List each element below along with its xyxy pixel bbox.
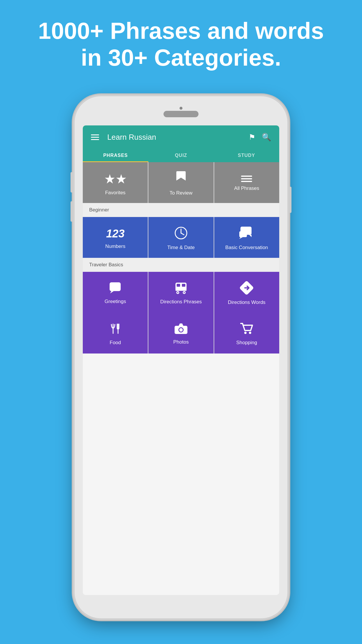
numbers-icon: 123 [106,228,124,240]
section-traveler: Traveler Basics [83,258,279,272]
category-directions-phrases[interactable]: Directions Phrases [148,272,213,313]
svg-point-21 [179,328,183,332]
clock-icon [174,226,188,241]
phone-screen: Learn Russian ⚑ 🔍 PHRASES QUIZ STUDY [83,125,279,595]
app-header: Learn Russian ⚑ 🔍 PHRASES QUIZ STUDY [83,125,279,162]
menu-button[interactable] [91,134,99,140]
directions-phrases-label: Directions Phrases [160,299,202,305]
svg-point-22 [244,332,247,334]
lines-icon [241,176,252,182]
tab-bar: PHRASES QUIZ STUDY [83,149,279,162]
svg-rect-5 [239,231,247,237]
category-food[interactable]: Food [83,313,148,354]
bookmark-icon [176,171,186,187]
speech-icon [109,282,122,295]
category-to-review[interactable]: To Review [148,162,213,203]
category-directions-words[interactable]: Directions Words [214,272,279,313]
shopping-label: Shopping [236,340,257,346]
tab-quiz[interactable]: QUIZ [148,149,214,162]
category-shopping[interactable]: Shopping [214,313,279,354]
to-review-label: To Review [170,190,192,196]
top-category-grid: ★ Favorites To Review [83,162,279,203]
app-content: ★ Favorites To Review [83,162,279,354]
camera-icon [174,323,188,336]
svg-rect-8 [177,284,180,287]
search-icon[interactable]: 🔍 [262,133,271,142]
directions-words-label: Directions Words [228,300,266,305]
all-phrases-label: All Phrases [234,186,259,191]
category-greetings[interactable]: Greetings [83,272,148,313]
basic-conversation-label: Basic Conversation [225,245,268,251]
svg-point-23 [249,332,251,334]
category-time-date[interactable]: Time & Date [148,217,213,258]
svg-rect-10 [175,290,187,291]
svg-point-14 [184,292,185,293]
category-photos[interactable]: Photos [148,313,213,354]
favorites-label: Favorites [105,190,126,196]
bottom-category-grid: Food Photos [83,313,279,354]
bus-icon [174,281,188,295]
svg-point-13 [177,292,178,293]
phone-frame: Learn Russian ⚑ 🔍 PHRASES QUIZ STUDY [75,96,287,618]
tab-phrases[interactable]: PHRASES [83,149,148,162]
utensils-icon [109,322,122,336]
svg-rect-9 [182,284,185,287]
category-basic-conversation[interactable]: Basic Conversation [214,217,279,258]
food-label: Food [110,340,121,346]
star-icon: ★ [104,172,127,186]
greetings-label: Greetings [105,299,126,304]
power-button [289,187,291,213]
svg-rect-6 [110,282,121,291]
flag-icon[interactable]: ⚑ [249,133,255,142]
svg-line-3 [181,233,184,235]
direction-icon [240,281,254,296]
beginner-category-grid: 123 Numbers Time & Date [83,217,279,258]
vol-down-button [71,201,73,222]
traveler-category-grid: Greetings [83,272,279,313]
category-all-phrases[interactable]: All Phrases [214,162,279,203]
cart-icon [240,322,254,336]
phone-speaker [164,111,198,117]
vol-up-button [71,172,73,192]
tagline: 1000+ Phrases and words in 30+ Categorie… [0,18,362,71]
numbers-label: Numbers [105,244,125,249]
app-toolbar: Learn Russian ⚑ 🔍 [83,125,279,149]
category-numbers[interactable]: 123 Numbers [83,217,148,258]
chat-icon [239,226,254,241]
photos-label: Photos [173,339,189,345]
app-title: Learn Russian [107,133,249,142]
header-icons: ⚑ 🔍 [249,133,271,142]
tab-study[interactable]: STUDY [214,149,279,162]
category-favorites[interactable]: ★ Favorites [83,162,148,203]
time-date-label: Time & Date [167,245,195,251]
section-beginner: Beginner [83,203,279,217]
